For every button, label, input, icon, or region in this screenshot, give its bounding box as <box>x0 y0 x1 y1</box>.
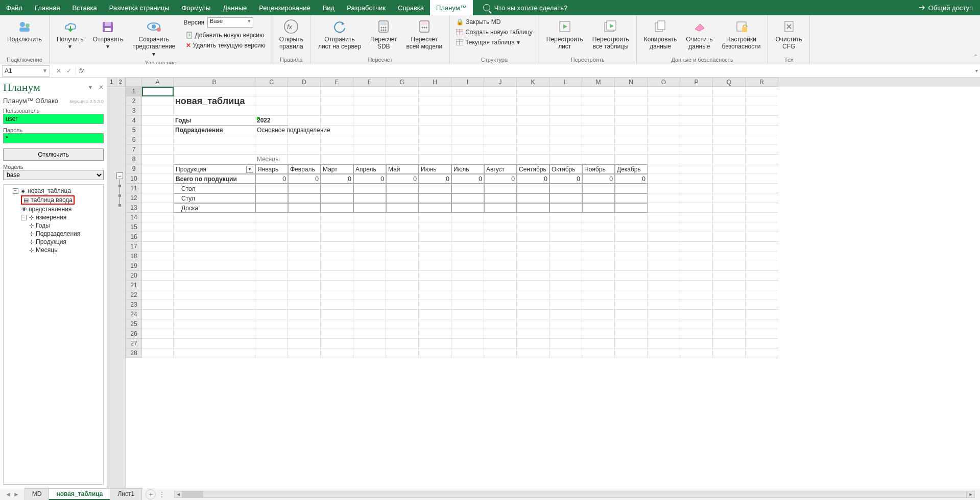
cell-J14[interactable] <box>484 213 517 222</box>
cell-H17[interactable] <box>419 242 451 252</box>
panel-menu-icon[interactable]: ▼ <box>87 84 93 91</box>
cell-G2[interactable] <box>386 96 419 106</box>
cell-R6[interactable] <box>746 135 778 145</box>
rebuild-sheet-button[interactable]: Перестроить лист <box>543 17 586 52</box>
cell-K7[interactable] <box>517 145 549 155</box>
cell-D8[interactable] <box>288 155 321 164</box>
panel-close-icon[interactable]: ✕ <box>99 84 104 91</box>
row-header-13[interactable]: 13 <box>126 203 142 213</box>
cell-H24[interactable] <box>419 310 451 319</box>
cell-K9[interactable]: Сентябрь <box>517 164 549 174</box>
cell-B6[interactable] <box>174 135 255 145</box>
cell-E7[interactable] <box>321 145 353 155</box>
col-header-Q[interactable]: Q <box>713 78 746 87</box>
cell-P1[interactable] <box>680 87 713 96</box>
cell-J15[interactable] <box>484 222 517 232</box>
cell-H8[interactable] <box>419 155 451 164</box>
cell-M3[interactable] <box>582 106 615 116</box>
share-button[interactable]: Общий доступ <box>911 4 980 12</box>
cell-D22[interactable] <box>288 290 321 300</box>
cell-C27[interactable] <box>255 339 288 348</box>
cell-H15[interactable] <box>419 222 451 232</box>
cell-C2[interactable] <box>255 96 288 106</box>
current-table-button[interactable]: Текущая таблица▾ <box>454 38 535 47</box>
cell-K22[interactable] <box>517 290 549 300</box>
tree-root[interactable]: − ◈ новая_таблица <box>5 187 102 195</box>
col-header-L[interactable]: L <box>549 78 582 87</box>
cell-O26[interactable] <box>648 329 680 339</box>
cell-F18[interactable] <box>353 252 386 261</box>
cell-R28[interactable] <box>746 348 778 358</box>
cell-M1[interactable] <box>582 87 615 96</box>
cell-P28[interactable] <box>680 348 713 358</box>
tree-dimensions[interactable]: − ⊹ измерения <box>5 213 102 221</box>
cell-Q8[interactable] <box>713 155 746 164</box>
cell-P21[interactable] <box>680 281 713 290</box>
cell-M21[interactable] <box>582 281 615 290</box>
menu-tab-6[interactable]: Рецензирование <box>253 0 316 15</box>
cell-A21[interactable] <box>142 281 174 290</box>
cell-D3[interactable] <box>288 106 321 116</box>
cell-L7[interactable] <box>549 145 582 155</box>
cell-E26[interactable] <box>321 329 353 339</box>
cell-H27[interactable] <box>419 339 451 348</box>
cell-G12[interactable] <box>386 193 419 203</box>
cell-R23[interactable] <box>746 300 778 310</box>
cell-F10[interactable]: 0 <box>353 174 386 184</box>
cell-Q15[interactable] <box>713 222 746 232</box>
cell-D5[interactable] <box>288 126 321 135</box>
cell-K11[interactable] <box>517 184 549 193</box>
cell-M17[interactable] <box>582 242 615 252</box>
cell-Q6[interactable] <box>713 135 746 145</box>
cell-N15[interactable] <box>615 222 648 232</box>
cell-B26[interactable] <box>174 329 255 339</box>
cell-I2[interactable] <box>451 96 484 106</box>
cell-F15[interactable] <box>353 222 386 232</box>
row-header-3[interactable]: 3 <box>126 106 142 116</box>
cell-F5[interactable] <box>353 126 386 135</box>
cell-G8[interactable] <box>386 155 419 164</box>
cell-O14[interactable] <box>648 213 680 222</box>
cell-F24[interactable] <box>353 310 386 319</box>
cell-G14[interactable] <box>386 213 419 222</box>
cell-F17[interactable] <box>353 242 386 252</box>
cell-R11[interactable] <box>746 184 778 193</box>
cell-B17[interactable] <box>174 242 255 252</box>
cell-I22[interactable] <box>451 290 484 300</box>
col-header-P[interactable]: P <box>680 78 713 87</box>
cell-J7[interactable] <box>484 145 517 155</box>
cell-I24[interactable] <box>451 310 484 319</box>
cell-G25[interactable] <box>386 319 419 329</box>
cell-O11[interactable] <box>648 184 680 193</box>
cell-L20[interactable] <box>549 271 582 281</box>
cell-M8[interactable] <box>582 155 615 164</box>
cell-M14[interactable] <box>582 213 615 222</box>
cell-F6[interactable] <box>353 135 386 145</box>
tree-input-table[interactable]: ▤ таблица ввода <box>5 195 102 205</box>
version-select[interactable]: Base ▾ <box>207 17 253 28</box>
cell-C5[interactable]: Основное подразделение <box>255 126 288 135</box>
cell-A17[interactable] <box>142 242 174 252</box>
security-settings-button[interactable]: Настройки безопасности <box>719 17 764 52</box>
cell-A16[interactable] <box>142 232 174 242</box>
outline-level-2[interactable]: 2 <box>116 78 126 86</box>
cell-H5[interactable] <box>419 126 451 135</box>
cell-O12[interactable] <box>648 193 680 203</box>
cell-K28[interactable] <box>517 348 549 358</box>
cell-P19[interactable] <box>680 261 713 271</box>
outline-level-1[interactable]: 1 <box>107 78 116 86</box>
cell-H22[interactable] <box>419 290 451 300</box>
cell-J13[interactable] <box>484 203 517 213</box>
cell-J10[interactable]: 0 <box>484 174 517 184</box>
cell-F19[interactable] <box>353 261 386 271</box>
cell-R14[interactable] <box>746 213 778 222</box>
col-header-I[interactable]: I <box>451 78 484 87</box>
cell-I13[interactable] <box>451 203 484 213</box>
cell-R25[interactable] <box>746 319 778 329</box>
cell-N9[interactable]: Декабрь <box>615 164 648 174</box>
cell-C1[interactable] <box>255 87 288 96</box>
cell-C10[interactable]: 0 <box>255 174 288 184</box>
menu-tab-0[interactable]: Файл <box>0 0 29 15</box>
cell-C25[interactable] <box>255 319 288 329</box>
row-header-4[interactable]: 4 <box>126 116 142 126</box>
